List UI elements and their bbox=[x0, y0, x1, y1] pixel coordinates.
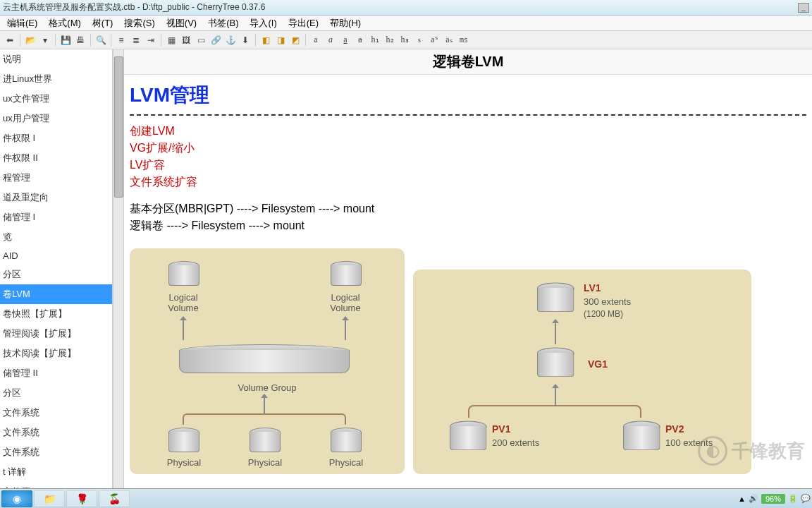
highlight-icon[interactable]: ◩ bbox=[288, 33, 302, 47]
cylinder-icon bbox=[179, 344, 348, 375]
tree-item[interactable]: 卷快照【扩展】 bbox=[0, 304, 112, 324]
dropdown-icon[interactable]: ▾ bbox=[38, 33, 52, 47]
save-icon[interactable]: 💾 bbox=[59, 33, 73, 47]
pv-label: Physical bbox=[321, 457, 371, 468]
bold-icon[interactable]: a bbox=[309, 33, 323, 47]
pv-label: Physical bbox=[240, 457, 290, 468]
battery-indicator[interactable]: 96% bbox=[761, 494, 785, 504]
h1-icon[interactable]: h₁ bbox=[368, 33, 382, 47]
tree-item[interactable]: 件权限 I bbox=[0, 128, 112, 148]
list-ul-icon[interactable]: ≡ bbox=[114, 33, 128, 47]
h2-icon[interactable]: h₂ bbox=[383, 33, 397, 47]
small-icon[interactable]: s bbox=[412, 33, 426, 47]
underline-icon[interactable]: a bbox=[338, 33, 352, 47]
lv1-size: (1200 MB) bbox=[584, 309, 623, 319]
italic-icon[interactable]: a bbox=[324, 33, 338, 47]
cherrytree-icon[interactable]: 🍒 bbox=[99, 490, 130, 507]
menu-edit[interactable]: 编辑(E) bbox=[1, 16, 43, 31]
anchor-icon[interactable]: ⚓ bbox=[223, 33, 238, 47]
list-ol-icon[interactable]: ≣ bbox=[129, 33, 143, 47]
sidebar-scrollbar[interactable] bbox=[113, 49, 124, 508]
menu-tree[interactable]: 树(T) bbox=[87, 16, 119, 31]
tree-item[interactable]: AID bbox=[0, 247, 112, 265]
link-icon[interactable]: 🔗 bbox=[209, 33, 223, 47]
vg1-name: VG1 bbox=[588, 358, 608, 370]
lv-label: Logical Volume bbox=[154, 292, 212, 313]
tree-item[interactable]: ux用户管理 bbox=[0, 109, 112, 128]
tree-item[interactable]: t 详解 bbox=[0, 462, 112, 482]
tree-item[interactable]: 管理阅读【扩展】 bbox=[0, 324, 112, 344]
arrow-icon bbox=[183, 320, 184, 340]
menu-search[interactable]: 搜索(S) bbox=[118, 16, 160, 31]
h3-icon[interactable]: h₃ bbox=[398, 33, 412, 47]
page-title: 逻辑卷LVM bbox=[124, 49, 812, 75]
tree-item[interactable]: 分区 bbox=[0, 265, 112, 284]
color-bg-icon[interactable]: ◨ bbox=[273, 33, 288, 47]
pv-label: Physical bbox=[159, 457, 209, 468]
menu-view[interactable]: 视图(V) bbox=[161, 16, 202, 31]
tray-icon[interactable]: 🔋 bbox=[788, 494, 798, 503]
tree-item[interactable]: ux文件管理 bbox=[0, 89, 112, 109]
tree-item[interactable]: 进Linux世界 bbox=[0, 69, 112, 89]
open-icon[interactable]: 📂 bbox=[23, 33, 37, 47]
tree-item[interactable]: 览 bbox=[0, 227, 112, 247]
app-icon[interactable]: 🌹 bbox=[66, 490, 97, 507]
tree-item[interactable]: 文件系统 bbox=[0, 442, 112, 462]
explorer-icon[interactable]: 📁 bbox=[34, 490, 65, 507]
menu-export[interactable]: 导出(E) bbox=[283, 16, 324, 31]
flow-text-1: 基本分区(MBR|GPT) ----> Filesystem ----> mou… bbox=[130, 200, 806, 217]
tray-icon[interactable]: 🔊 bbox=[749, 494, 758, 503]
menu-import[interactable]: 导入(I) bbox=[244, 16, 282, 31]
tree-item[interactable]: 件权限 II bbox=[0, 148, 112, 168]
menu-format[interactable]: 格式(M) bbox=[43, 16, 87, 31]
back-icon[interactable]: ⬅ bbox=[3, 33, 17, 47]
minimize-button[interactable]: _ bbox=[798, 3, 809, 13]
connector bbox=[468, 405, 641, 418]
tree-item[interactable]: 储管理 I bbox=[0, 207, 112, 227]
down-icon[interactable]: ⬇ bbox=[238, 33, 252, 47]
pv1-extents: 200 extents bbox=[492, 437, 539, 448]
codebox-icon[interactable]: ▭ bbox=[194, 33, 208, 47]
arrow-icon bbox=[555, 323, 556, 344]
tree-item[interactable]: 文件系统 bbox=[0, 403, 112, 423]
cylinder-icon bbox=[168, 428, 198, 453]
watermark-text: 千锋教育 bbox=[732, 439, 805, 464]
tree-item[interactable]: 储管理 II bbox=[0, 363, 112, 383]
arrow-icon bbox=[555, 388, 556, 405]
tree-item[interactable]: 文件系统 bbox=[0, 423, 112, 442]
color-fg-icon[interactable]: ◧ bbox=[259, 33, 273, 47]
table-icon[interactable]: ▦ bbox=[164, 33, 178, 47]
sub-icon[interactable]: aₛ bbox=[442, 33, 456, 47]
lv1-extents: 300 extents bbox=[584, 296, 631, 307]
menu-help[interactable]: 帮助(H) bbox=[324, 16, 367, 31]
image-icon[interactable]: 🖼 bbox=[179, 33, 193, 47]
pv1-name: PV1 bbox=[492, 423, 510, 435]
cylinder-icon bbox=[250, 428, 279, 453]
tree-item[interactable]: 道及重定向 bbox=[0, 188, 112, 207]
toc-item: 文件系统扩容 bbox=[130, 174, 806, 190]
main-heading: LVM管理 bbox=[130, 82, 806, 109]
tree-item[interactable]: 说明 bbox=[0, 49, 112, 69]
menu-bookmark[interactable]: 书签(B) bbox=[202, 16, 244, 31]
window-title: 云主机系统管理及服务配置实战.ctb - D:\ftp_public - Che… bbox=[3, 1, 265, 13]
scroll-thumb[interactable] bbox=[114, 56, 123, 198]
arrow-icon bbox=[264, 398, 265, 413]
search-icon[interactable]: 🔍 bbox=[94, 33, 108, 47]
start-icon[interactable]: ◉ bbox=[1, 490, 32, 507]
lv1-name: LV1 bbox=[584, 282, 601, 294]
tree-item-selected[interactable]: 卷LVM bbox=[0, 284, 112, 304]
connector bbox=[183, 413, 346, 425]
print-icon[interactable]: 🖶 bbox=[73, 33, 87, 47]
tree-item[interactable]: 程管理 bbox=[0, 168, 112, 188]
toc-item: VG扩展/缩小 bbox=[130, 140, 806, 157]
taskbar: ◉ 📁 🌹 🍒 ▲ 🔊 96% 🔋 💬 bbox=[0, 488, 812, 508]
tree-item[interactable]: 分区 bbox=[0, 383, 112, 403]
sup-icon[interactable]: aˢ bbox=[427, 33, 441, 47]
tray-icon[interactable]: ▲ bbox=[738, 495, 746, 503]
tree-sidebar[interactable]: 说明 进Linux世界 ux文件管理 ux用户管理 件权限 I 件权限 II 程… bbox=[0, 49, 113, 508]
tray-icon[interactable]: 💬 bbox=[801, 494, 811, 503]
mono-icon[interactable]: ms bbox=[457, 33, 471, 47]
tree-item[interactable]: 技术阅读【扩展】 bbox=[0, 344, 112, 363]
list-indent-icon[interactable]: ⇥ bbox=[144, 33, 158, 47]
strike-icon[interactable]: a bbox=[353, 33, 367, 47]
